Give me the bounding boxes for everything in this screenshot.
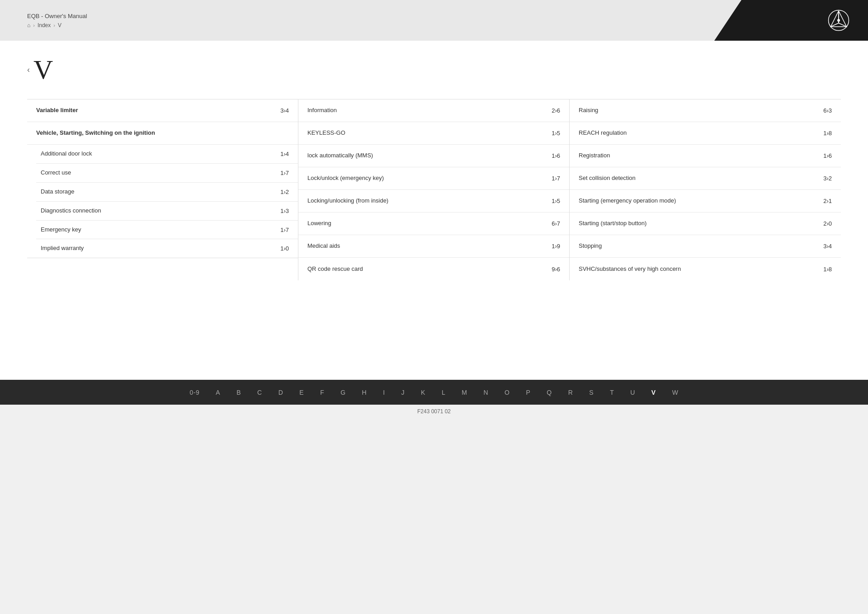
qr-code-entry: QR code rescue card 9›6 [298,258,569,280]
nav-r[interactable]: R [560,380,581,405]
starting-button-page[interactable]: 2›0 [823,220,832,227]
breadcrumb-sep-1: › [33,23,35,28]
registration-label[interactable]: Registration [579,152,823,160]
locking-unlocking-entry: Locking/unlocking (from inside) 1›5 [298,190,569,213]
nav-e[interactable]: E [291,380,312,405]
emergency-key-label[interactable]: Emergency key [41,226,280,234]
nav-t[interactable]: T [602,380,622,405]
footer-code: F243 0071 02 [417,408,451,415]
diagnostics-connection-page[interactable]: 1›3 [280,208,289,214]
lowering-label[interactable]: Lowering [307,220,552,227]
vehicle-label[interactable]: Vehicle, Starting, Switching on the igni… [36,129,289,137]
diagnostics-connection-label[interactable]: Diagnostics connection [41,207,280,215]
starting-button-label[interactable]: Starting (start/stop button) [579,220,823,227]
set-collision-entry: Set collision detection 3›2 [570,167,841,190]
qr-code-page[interactable]: 9›6 [552,266,560,273]
nav-w[interactable]: W [664,380,687,405]
nav-g[interactable]: G [332,380,354,405]
nav-n[interactable]: N [475,380,496,405]
nav-s[interactable]: S [581,380,602,405]
nav-f[interactable]: F [312,380,332,405]
correct-use-page[interactable]: 1›7 [280,170,289,176]
manual-title: EQB - Owner's Manual [27,13,87,19]
svhc-page[interactable]: 1›8 [823,266,832,273]
nav-q[interactable]: Q [538,380,560,405]
set-collision-page[interactable]: 3›2 [823,175,832,182]
nav-j[interactable]: J [393,380,413,405]
lock-unlock-emergency-page[interactable]: 1›7 [552,175,560,182]
nav-b[interactable]: B [228,380,249,405]
variable-limiter-label[interactable]: Variable limiter [36,107,280,114]
correct-use-label[interactable]: Correct use [41,169,280,177]
reach-regulation-label[interactable]: REACH regulation [579,129,823,137]
emergency-key-entry: Emergency key 1›7 [36,221,298,240]
implied-warranty-label[interactable]: Implied warranty [41,245,280,252]
vehicle-entry: Vehicle, Starting, Switching on the igni… [27,122,298,145]
data-storage-label[interactable]: Data storage [41,188,280,196]
medical-aids-entry: Medical aids 1›9 [298,235,569,258]
starting-emergency-page[interactable]: 2›1 [823,198,832,204]
right-column: Raising 6›3 REACH regulation 1›8 Registr… [570,99,841,280]
qr-code-label[interactable]: QR code rescue card [307,265,552,273]
bottom-nav: 0-9 A B C D E F G H I J K L M N O P Q R … [0,380,868,405]
additional-door-lock-page[interactable]: 1›4 [280,151,289,157]
middle-column: Information 2›6 KEYLESS-GO 1›5 lock auto… [298,99,570,280]
nav-c[interactable]: C [249,380,270,405]
svg-marker-1 [839,11,847,27]
breadcrumb-index[interactable]: Index [38,22,51,28]
header-title-area: EQB - Owner's Manual ⌂ › Index › V [27,13,87,28]
nav-o[interactable]: O [496,380,518,405]
home-icon[interactable]: ⌂ [27,22,30,28]
keyless-go-entry: KEYLESS-GO 1›5 [298,122,569,145]
stopping-label[interactable]: Stopping [579,242,823,250]
nav-d[interactable]: D [270,380,292,405]
data-storage-entry: Data storage 1›2 [36,183,298,202]
lock-unlock-emergency-label[interactable]: Lock/unlock (emergency key) [307,175,552,182]
nav-l[interactable]: L [434,380,453,405]
nav-h[interactable]: H [354,380,375,405]
svg-point-4 [837,19,840,22]
nav-k[interactable]: K [413,380,434,405]
nav-p[interactable]: P [518,380,538,405]
nav-v[interactable]: V [643,380,664,405]
additional-door-lock-label[interactable]: Additional door lock [41,150,280,158]
stopping-page[interactable]: 3›4 [823,243,832,250]
svg-marker-2 [831,11,839,27]
set-collision-label[interactable]: Set collision detection [579,175,823,182]
implied-warranty-page[interactable]: 1›0 [280,245,289,252]
lock-automatically-page[interactable]: 1›6 [552,152,560,159]
header: EQB - Owner's Manual ⌂ › Index › V [0,0,868,41]
medical-aids-page[interactable]: 1›9 [552,243,560,250]
raising-page[interactable]: 6›3 [823,107,832,114]
keyless-go-page[interactable]: 1›5 [552,130,560,137]
nav-09[interactable]: 0-9 [182,380,208,405]
lock-unlock-emergency-entry: Lock/unlock (emergency key) 1›7 [298,167,569,190]
locking-unlocking-page[interactable]: 1›5 [552,198,560,204]
variable-limiter-page[interactable]: 3›4 [280,107,289,114]
lock-automatically-label[interactable]: lock automatically (MMS) [307,152,552,160]
nav-m[interactable]: M [453,380,475,405]
lowering-page[interactable]: 6›7 [552,220,560,227]
svhc-label[interactable]: SVHC/substances of very high concern [579,265,823,273]
nav-u[interactable]: U [622,380,643,405]
prev-page-arrow[interactable]: ‹ [27,65,30,75]
medical-aids-label[interactable]: Medical aids [307,242,552,250]
additional-door-lock-entry: Additional door lock 1›4 [36,145,298,164]
locking-unlocking-label[interactable]: Locking/unlocking (from inside) [307,197,552,205]
starting-emergency-label[interactable]: Starting (emergency operation mode) [579,197,823,205]
nav-a[interactable]: A [208,380,228,405]
keyless-go-label[interactable]: KEYLESS-GO [307,129,552,137]
raising-label[interactable]: Raising [579,107,823,114]
nav-i[interactable]: I [375,380,393,405]
footer: F243 0071 02 [0,405,868,418]
correct-use-entry: Correct use 1›7 [36,164,298,183]
data-storage-page[interactable]: 1›2 [280,189,289,195]
information-label[interactable]: Information [307,107,552,114]
diagnostics-connection-entry: Diagnostics connection 1›3 [36,202,298,221]
registration-page[interactable]: 1›6 [823,152,832,159]
information-entry: Information 2›6 [298,99,569,122]
page-letter: V [33,54,53,85]
reach-regulation-page[interactable]: 1›8 [823,130,832,137]
emergency-key-page[interactable]: 1›7 [280,227,289,233]
information-page[interactable]: 2›6 [552,107,560,114]
